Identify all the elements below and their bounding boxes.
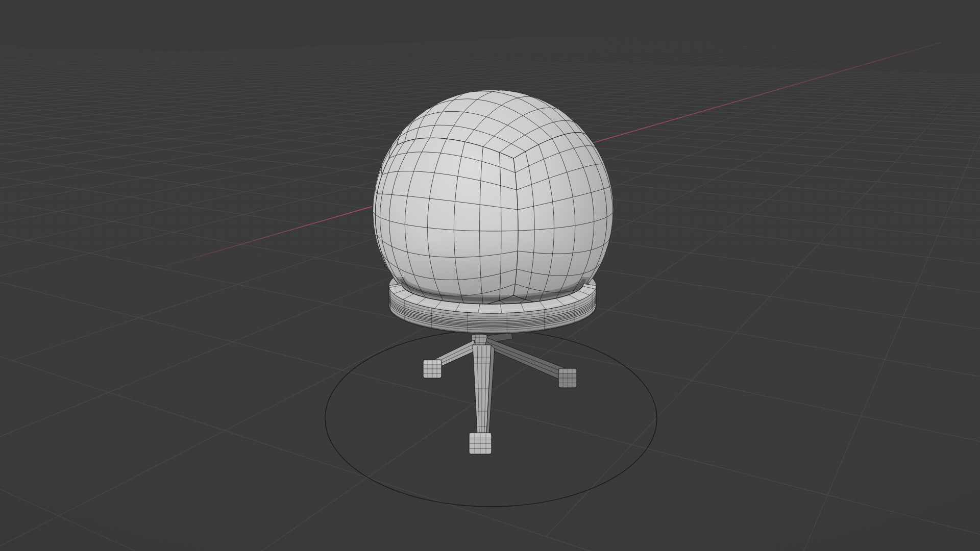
base-leg-front[interactable] (473, 345, 495, 435)
scene-canvas (0, 0, 980, 551)
viewport-3d[interactable] (0, 0, 980, 551)
base-foot-front[interactable] (469, 433, 492, 454)
base-leg-right[interactable] (485, 338, 566, 381)
base-foot-left[interactable] (423, 360, 442, 378)
base-foot-right[interactable] (558, 368, 577, 388)
